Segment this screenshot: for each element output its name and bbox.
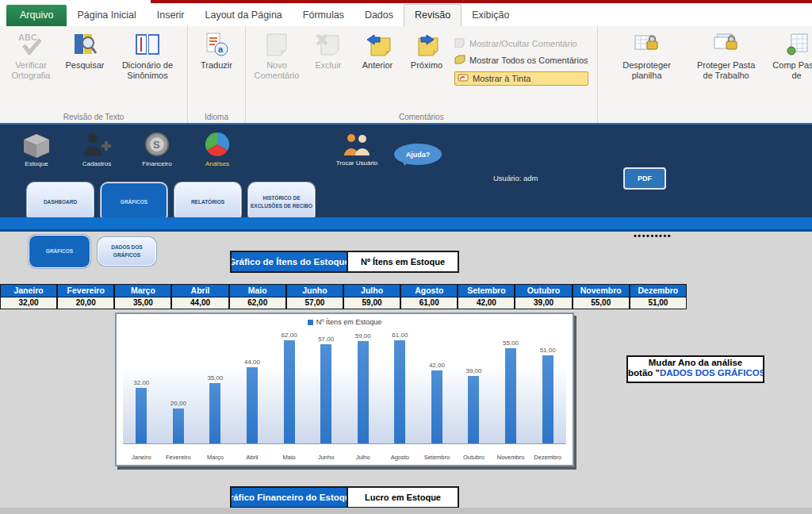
month-value-agosto: 61,00 (400, 297, 458, 309)
delete-comment-icon (315, 31, 342, 58)
legend-label: Nº Ítens em Estoque (316, 318, 381, 326)
user-value: adm (523, 174, 538, 182)
delete-comment-button[interactable]: Excluir (304, 29, 353, 73)
bar-group-novembro: 55,00 (492, 332, 530, 443)
bar-setembro (431, 370, 442, 443)
thesaurus-button[interactable]: Dicionário de Sinônimos (112, 29, 183, 82)
month-table: JaneiroFevereiroMarçoAbrilMaioJunhoJulho… (0, 284, 687, 309)
new-comment-icon (263, 31, 290, 58)
x-label-junho: Junho (308, 454, 345, 461)
chart-legend: Nº Ítens em Estoque (117, 314, 573, 330)
bar-group-dezembro: 51,00 (529, 332, 566, 443)
new-comment-label: Novo Comentário (251, 60, 302, 80)
share-workbook-button[interactable]: Comp Pasta de (770, 29, 812, 82)
bar-abril (247, 367, 258, 443)
section-buttons: DASHBOARDGRÁFICOSRELATÓRIOSHISTÓRICO DE … (27, 182, 315, 222)
nav-analises[interactable]: Análises (192, 131, 243, 167)
coin-icon: S (142, 131, 172, 158)
x-label-marco: Março (197, 454, 234, 461)
ribbon-group-comments: Novo Comentário Excluir Anterior Próximo (246, 26, 598, 123)
bar-dezembro (542, 355, 553, 443)
bar-group-outubro: 39,00 (455, 332, 492, 443)
switch-user-button[interactable]: Trocar Usuário (329, 132, 385, 167)
group-label-language: Idioma (188, 113, 245, 121)
chart-plot-area: 32,0020,0035,0044,0062,0057,0059,0061,00… (123, 332, 566, 444)
note-line2-prefix: botão " (628, 368, 660, 378)
nav-financeiro[interactable]: S Financeiro (132, 131, 182, 167)
note-line2: botão "DADOS DOS GRÁFICOS" (628, 368, 763, 379)
month-value-abril: 44,00 (171, 297, 228, 309)
ribbon-group-proofing: ABC Verificar Ortografia Pesquisar Dicio… (0, 26, 188, 123)
bar-value-label: 35,00 (207, 374, 223, 382)
next-comment-button[interactable]: Próximo (402, 29, 451, 73)
note-line1: Mudar Ano da análise (628, 357, 763, 368)
share-workbook-label: Comp Pasta de (772, 60, 812, 80)
show-hide-comment-label: Mostrar/Ocultar Comentário (469, 39, 577, 48)
protect-workbook-button[interactable]: Proteger Pasta de Trabalho (692, 29, 760, 82)
bar-fevereiro (173, 409, 184, 443)
section-btn-dashboard[interactable]: DASHBOARD (27, 182, 94, 222)
month-header-setembro: Setembro (458, 284, 515, 297)
svg-text:S: S (153, 139, 160, 151)
nav-estoque[interactable]: Estoque (11, 131, 62, 167)
bar-value-label: 42,00 (429, 362, 445, 369)
unprotect-sheet-button[interactable]: Desproteger planilha (613, 29, 681, 82)
next-comment-label: Próximo (411, 60, 442, 71)
spelling-button[interactable]: ABC Verificar Ortografia (4, 29, 58, 82)
month-header-dezembro: Dezembro (630, 284, 687, 297)
bar-group-julho: 59,00 (344, 332, 381, 443)
month-header-novembro: Novembro (573, 284, 630, 297)
legend-swatch-icon (308, 320, 313, 325)
section-btn-historico-de-exclusoes-de-recibo[interactable]: HISTÓRICO DE EXCLUSÕES DE RECIBO (248, 182, 315, 222)
tab-pagina-inicial[interactable]: Página Inicial (67, 5, 146, 26)
hidden-cell-dots: ••••••••• (634, 231, 672, 240)
stock-chart-value: Nº Ítens em Estoque (348, 251, 459, 273)
tab-layout-da-pagina[interactable]: Layout da Página (194, 5, 292, 26)
help-button[interactable]: Ajuda? (394, 144, 442, 165)
finance-chart-header: Gráfico Financeiro do Estoque Lucro em E… (230, 486, 459, 508)
previous-comment-button[interactable]: Anterior (353, 29, 402, 73)
research-button[interactable]: Pesquisar (58, 29, 112, 73)
bar-junho (320, 344, 331, 443)
bar-value-label: 59,00 (355, 332, 371, 339)
svg-text:a: a (218, 44, 224, 54)
show-hide-comment-item[interactable]: Mostrar/Ocultar Comentário (454, 38, 588, 49)
month-header-abril: Abril (171, 284, 228, 297)
tab-dados[interactable]: Dados (354, 5, 404, 26)
x-label-novembro: Novembro (492, 454, 530, 461)
tab-revisao[interactable]: Revisão (404, 4, 462, 26)
month-header-maio: Maio (229, 284, 286, 297)
thesaurus-icon (134, 31, 161, 58)
tab-formulas[interactable]: Fórmulas (293, 5, 354, 26)
new-comment-button[interactable]: Novo Comentário (250, 29, 304, 82)
subtab-dados-dos-graficos[interactable]: DADOS DOS GRÁFICOS (98, 237, 156, 266)
bar-marco (209, 383, 220, 443)
x-label-dezembro: Dezembro (529, 454, 566, 461)
bar-group-janeiro: 32,00 (123, 332, 160, 443)
show-all-comments-item[interactable]: Mostrar Todos os Comentários (454, 55, 588, 66)
x-label-julho: Julho (344, 454, 381, 461)
translate-button[interactable]: a Traduzir (192, 29, 241, 73)
bar-group-marco: 35,00 (197, 332, 234, 443)
x-label-setembro: Setembro (419, 454, 456, 461)
ribbon: ABC Verificar Ortografia Pesquisar Dicio… (0, 26, 812, 125)
tab-inserir[interactable]: Inserir (147, 5, 195, 26)
x-label-maio: Maio (270, 454, 308, 461)
section-btn-graficos[interactable]: GRÁFICOS (101, 182, 167, 222)
show-ink-item[interactable]: Mostrar à Tinta (454, 71, 588, 86)
user-indicator: Usuário: adm (493, 174, 538, 182)
subtab-graficos[interactable]: GRÁFICOS (29, 235, 90, 268)
protect-workbook-label: Proteger Pasta de Trabalho (694, 60, 759, 80)
pdf-button[interactable]: PDF (623, 167, 666, 190)
month-header-marco: Março (114, 284, 171, 297)
tab-exibicao[interactable]: Exibição (462, 5, 519, 26)
bar-group-maio: 62,00 (270, 332, 308, 443)
x-label-agosto: Agosto (381, 454, 419, 461)
show-ink-label: Mostrar à Tinta (473, 74, 530, 83)
section-btn-relatorios[interactable]: RELATÓRIOS (174, 182, 241, 222)
month-header-fevereiro: Fevereiro (57, 284, 114, 297)
bar-outubro (468, 376, 479, 443)
nav-cadastros[interactable]: Cadastros (71, 131, 122, 167)
tab-strip: Arquivo Página InicialInserirLayout da P… (6, 3, 519, 26)
tab-arquivo[interactable]: Arquivo (6, 5, 67, 26)
